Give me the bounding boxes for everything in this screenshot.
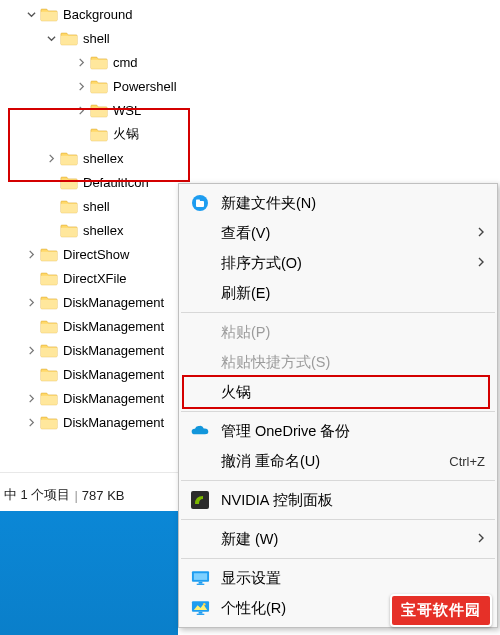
menu-item-label: 粘贴(P)	[221, 323, 485, 342]
folder-icon	[40, 271, 58, 286]
twisty-none	[24, 319, 38, 333]
menu-item[interactable]: 刷新(E)	[179, 278, 497, 308]
taskbar	[0, 511, 178, 635]
tree-item[interactable]: Background	[0, 2, 500, 26]
menu-separator	[181, 519, 495, 520]
folder-icon	[40, 367, 58, 382]
new-folder-icon	[189, 192, 211, 214]
folder-icon	[40, 415, 58, 430]
menu-item[interactable]: 新建文件夹(N)	[179, 188, 497, 218]
tree-item[interactable]: WSL	[0, 98, 500, 122]
tree-item-label: shellex	[81, 151, 123, 166]
tree-item-label: shell	[81, 31, 110, 46]
folder-icon	[60, 151, 78, 166]
svg-rect-2	[196, 200, 200, 203]
tree-item-label: DefaultIcon	[81, 175, 149, 190]
blank-icon	[189, 321, 211, 343]
menu-item-shortcut: Ctrl+Z	[449, 454, 485, 469]
menu-item[interactable]: 撤消 重命名(U)Ctrl+Z	[179, 446, 497, 476]
folder-icon	[60, 175, 78, 190]
brand-badge: 宝哥软件园	[390, 594, 492, 627]
folder-icon	[90, 55, 108, 70]
twisty-none	[44, 223, 58, 237]
tree-item-label: DiskManagement	[61, 367, 164, 382]
folder-icon	[40, 343, 58, 358]
tree-item[interactable]: shell	[0, 26, 500, 50]
menu-item-label: 查看(V)	[221, 224, 477, 243]
blank-icon	[189, 528, 211, 550]
tree-item[interactable]: shellex	[0, 146, 500, 170]
chevron-right-icon[interactable]	[44, 151, 58, 165]
tree-item[interactable]: 火锅	[0, 122, 500, 146]
chevron-right-icon[interactable]	[74, 55, 88, 69]
menu-item[interactable]: 新建 (W)	[179, 524, 497, 554]
svg-rect-7	[196, 584, 204, 585]
chevron-down-icon[interactable]	[44, 31, 58, 45]
svg-rect-10	[198, 612, 202, 614]
menu-item[interactable]: 显示设置	[179, 563, 497, 593]
svg-rect-6	[198, 582, 202, 584]
menu-item[interactable]: 管理 OneDrive 备份	[179, 416, 497, 446]
folder-icon	[40, 7, 58, 22]
blank-icon	[189, 450, 211, 472]
twisty-none	[44, 199, 58, 213]
divider	[0, 472, 178, 473]
menu-item-label: 撤消 重命名(U)	[221, 452, 449, 471]
menu-item-label: NVIDIA 控制面板	[221, 491, 485, 510]
menu-item[interactable]: 查看(V)	[179, 218, 497, 248]
chevron-right-icon[interactable]	[24, 295, 38, 309]
chevron-right-icon[interactable]	[24, 415, 38, 429]
chevron-right-icon[interactable]	[24, 247, 38, 261]
svg-rect-8	[191, 601, 208, 611]
menu-item-label: 火锅	[221, 383, 485, 402]
folder-icon	[40, 391, 58, 406]
menu-item-label: 粘贴快捷方式(S)	[221, 353, 485, 372]
tree-item-label: DiskManagement	[61, 415, 164, 430]
tree-item-label: DirectShow	[61, 247, 129, 262]
menu-separator	[181, 558, 495, 559]
menu-separator	[181, 480, 495, 481]
menu-item: 粘贴快捷方式(S)	[179, 347, 497, 377]
chevron-down-icon[interactable]	[24, 7, 38, 21]
menu-item[interactable]: 排序方式(O)	[179, 248, 497, 278]
svg-rect-11	[196, 614, 204, 615]
context-menu: 新建文件夹(N)查看(V)排序方式(O)刷新(E)粘贴(P)粘贴快捷方式(S)火…	[178, 183, 498, 628]
blank-icon	[189, 282, 211, 304]
twisty-none	[24, 271, 38, 285]
menu-item-label: 新建文件夹(N)	[221, 194, 485, 213]
chevron-right-icon[interactable]	[74, 79, 88, 93]
chevron-right-icon[interactable]	[24, 391, 38, 405]
tree-item[interactable]: Powershell	[0, 74, 500, 98]
onedrive-icon	[189, 420, 211, 442]
tree-item[interactable]: cmd	[0, 50, 500, 74]
folder-icon	[40, 295, 58, 310]
tree-item-label: cmd	[111, 55, 138, 70]
menu-item[interactable]: 火锅	[179, 377, 497, 407]
menu-item[interactable]: NVIDIA 控制面板	[179, 485, 497, 515]
menu-item: 粘贴(P)	[179, 317, 497, 347]
menu-item-label: 新建 (W)	[221, 530, 477, 549]
status-size: 787 KB	[82, 488, 125, 503]
folder-icon	[60, 223, 78, 238]
chevron-right-icon	[477, 533, 485, 545]
folder-icon	[40, 247, 58, 262]
tree-item-label: shell	[81, 199, 110, 214]
chevron-right-icon[interactable]	[24, 343, 38, 357]
folder-icon	[40, 319, 58, 334]
blank-icon	[189, 252, 211, 274]
twisty-none	[24, 367, 38, 381]
svg-rect-5	[193, 573, 206, 580]
menu-item-label: 排序方式(O)	[221, 254, 477, 273]
chevron-right-icon[interactable]	[74, 103, 88, 117]
folder-icon	[90, 103, 108, 118]
blank-icon	[189, 381, 211, 403]
twisty-none	[44, 175, 58, 189]
menu-item-label: 显示设置	[221, 569, 485, 588]
tree-item-label: shellex	[81, 223, 123, 238]
status-selection: 中 1 个项目	[4, 486, 70, 504]
menu-separator	[181, 312, 495, 313]
status-separator: |	[74, 488, 77, 503]
tree-item-label: 火锅	[111, 125, 139, 143]
menu-item-label: 刷新(E)	[221, 284, 485, 303]
menu-separator	[181, 411, 495, 412]
